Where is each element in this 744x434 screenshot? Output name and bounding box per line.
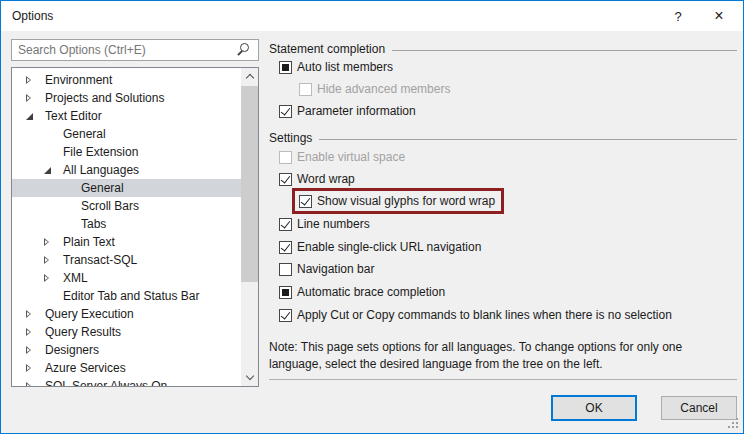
tree-item[interactable]: Scroll Bars bbox=[12, 197, 241, 215]
tree-item-label: Plain Text bbox=[63, 235, 115, 249]
note-line: language, select the desired language fr… bbox=[269, 356, 682, 373]
arrow-slot bbox=[26, 113, 39, 120]
option-label: Auto list members bbox=[297, 60, 393, 74]
tree-item-label: Tabs bbox=[81, 217, 106, 231]
option-row[interactable]: Automatic brace completion bbox=[279, 285, 445, 299]
tree-item[interactable]: General bbox=[12, 125, 241, 143]
collapsed-arrow-icon[interactable] bbox=[26, 328, 31, 336]
option-row[interactable]: Line numbers bbox=[279, 217, 370, 231]
tree-item-label: Projects and Solutions bbox=[45, 91, 164, 105]
group-title: Statement completion bbox=[269, 42, 385, 56]
expanded-arrow-icon[interactable] bbox=[44, 167, 51, 174]
option-label: Word wrap bbox=[297, 172, 355, 186]
option-row[interactable]: Enable virtual space bbox=[279, 150, 405, 164]
tree-item[interactable]: Azure Services bbox=[12, 359, 241, 377]
tree-item[interactable]: Plain Text bbox=[12, 233, 241, 251]
checkbox-checked[interactable] bbox=[279, 218, 292, 231]
scroll-down-button[interactable] bbox=[241, 369, 258, 386]
option-label: Navigation bar bbox=[297, 262, 374, 276]
tree-item-label: Designers bbox=[45, 343, 99, 357]
tree-item[interactable]: Query Results bbox=[12, 323, 241, 341]
tree-item[interactable]: Projects and Solutions bbox=[12, 89, 241, 107]
chevron-up-icon bbox=[245, 74, 253, 82]
option-row[interactable]: Hide advanced members bbox=[299, 82, 450, 96]
group-header: Settings bbox=[269, 131, 737, 145]
option-label: Enable single-click URL navigation bbox=[297, 240, 481, 254]
tree-scrollbar bbox=[241, 68, 258, 386]
search-icon bbox=[240, 43, 249, 52]
arrow-slot bbox=[44, 167, 57, 174]
checkbox-checked[interactable] bbox=[279, 309, 292, 322]
search-box bbox=[11, 39, 259, 61]
collapsed-arrow-icon[interactable] bbox=[26, 346, 31, 354]
option-row[interactable]: Navigation bar bbox=[279, 262, 374, 276]
tree-item[interactable]: General bbox=[12, 179, 241, 197]
tree-item[interactable]: All Languages bbox=[12, 161, 241, 179]
collapsed-arrow-icon[interactable] bbox=[26, 382, 31, 386]
tree-item[interactable]: Environment bbox=[12, 71, 241, 89]
tree-item-label: General bbox=[63, 127, 106, 141]
cancel-button[interactable]: Cancel bbox=[661, 396, 737, 420]
tree-item-label: All Languages bbox=[63, 163, 139, 177]
resize-grip[interactable] bbox=[736, 426, 738, 428]
tree-item[interactable]: SQL Server Always On bbox=[12, 377, 241, 386]
checkbox-checked[interactable] bbox=[279, 241, 292, 254]
tree-item[interactable]: File Extension bbox=[12, 143, 241, 161]
search-input[interactable] bbox=[11, 39, 259, 61]
arrow-slot bbox=[26, 310, 39, 318]
arrow-slot bbox=[26, 364, 39, 372]
arrow-slot bbox=[26, 346, 39, 354]
option-row[interactable]: Word wrap bbox=[279, 172, 355, 186]
tree-item[interactable]: Designers bbox=[12, 341, 241, 359]
collapsed-arrow-icon[interactable] bbox=[26, 310, 31, 318]
checkbox-mixed[interactable] bbox=[279, 286, 292, 299]
tree-item-label: File Extension bbox=[63, 145, 138, 159]
expanded-arrow-icon[interactable] bbox=[26, 113, 33, 120]
chevron-down-icon bbox=[245, 372, 253, 380]
tree-item[interactable]: Transact-SQL bbox=[12, 251, 241, 269]
ok-button[interactable]: OK bbox=[551, 395, 637, 421]
group-divider bbox=[392, 50, 737, 51]
checkbox-checked[interactable] bbox=[279, 105, 292, 118]
collapsed-arrow-icon[interactable] bbox=[44, 238, 49, 246]
note-line: Note: This page sets options for all lan… bbox=[269, 339, 682, 356]
checkbox-checked[interactable] bbox=[299, 195, 312, 208]
tree-view: EnvironmentProjects and SolutionsText Ed… bbox=[11, 67, 259, 387]
tree-item-label: Text Editor bbox=[45, 109, 102, 123]
checkbox-checked[interactable] bbox=[279, 173, 292, 186]
tree-item[interactable]: Text Editor bbox=[12, 107, 241, 125]
checkbox-unchecked bbox=[279, 151, 292, 164]
tree-item[interactable]: Tabs bbox=[12, 215, 241, 233]
scrollbar-thumb[interactable] bbox=[241, 86, 258, 282]
checkbox-mixed[interactable] bbox=[279, 61, 292, 74]
collapsed-arrow-icon[interactable] bbox=[44, 256, 49, 264]
option-row[interactable]: Enable single-click URL navigation bbox=[279, 240, 481, 254]
tree-rows: EnvironmentProjects and SolutionsText Ed… bbox=[12, 68, 241, 386]
collapsed-arrow-icon[interactable] bbox=[26, 364, 31, 372]
option-label: Apply Cut or Copy commands to blank line… bbox=[297, 308, 672, 322]
window-title: Options bbox=[12, 1, 53, 31]
arrow-slot bbox=[26, 328, 39, 336]
option-row[interactable]: Show visual glyphs for word wrap bbox=[299, 194, 495, 208]
options-dialog: Options ? × EnvironmentProjects and Solu… bbox=[0, 0, 744, 434]
tree-item-label: Editor Tab and Status Bar bbox=[63, 289, 200, 303]
tree-item[interactable]: XML bbox=[12, 269, 241, 287]
scroll-up-button[interactable] bbox=[241, 68, 258, 85]
option-label: Show visual glyphs for word wrap bbox=[317, 194, 495, 208]
tree-item-label: XML bbox=[63, 271, 88, 285]
tree-item-label: Transact-SQL bbox=[63, 253, 137, 267]
option-row[interactable]: Parameter information bbox=[279, 104, 416, 118]
tree-item-label: Scroll Bars bbox=[81, 199, 139, 213]
tree-item[interactable]: Editor Tab and Status Bar bbox=[12, 287, 241, 305]
arrow-slot bbox=[44, 238, 57, 246]
collapsed-arrow-icon[interactable] bbox=[26, 94, 31, 102]
collapsed-arrow-icon[interactable] bbox=[26, 76, 31, 84]
tree-item-label: SQL Server Always On bbox=[45, 379, 167, 386]
tree-item-label: Query Results bbox=[45, 325, 121, 339]
collapsed-arrow-icon[interactable] bbox=[44, 274, 49, 282]
option-label: Hide advanced members bbox=[317, 82, 450, 96]
option-row[interactable]: Apply Cut or Copy commands to blank line… bbox=[279, 308, 672, 322]
tree-item[interactable]: Query Execution bbox=[12, 305, 241, 323]
checkbox-unchecked[interactable] bbox=[279, 263, 292, 276]
option-row[interactable]: Auto list members bbox=[279, 60, 393, 74]
